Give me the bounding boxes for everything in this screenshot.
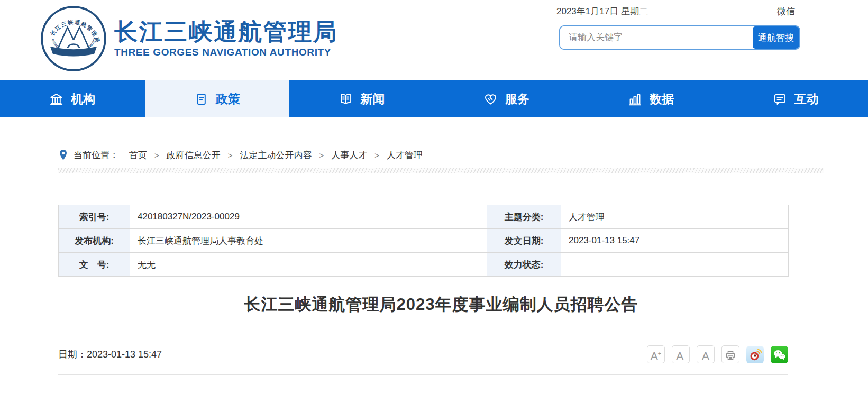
breadcrumb-hr[interactable]: 人事人才 [331,149,367,161]
article-date-value: 2023-01-13 15:47 [87,349,162,360]
article-date: 日期：2023-01-13 15:47 [58,348,162,361]
font-increase-button[interactable]: A+ [647,345,665,363]
document-meta-table: 索引号: 420180327N/2023-00029 主题分类: 人才管理 发布… [58,205,789,277]
article-meta-row: 日期：2023-01-13 15:47 A+ A- A [58,345,788,363]
printer-icon [725,350,736,361]
hatched-divider [58,168,824,173]
table-row: 发布机构: 长江三峡通航管理局人事教育处 发文日期: 2023-01-13 15… [59,229,789,253]
page-header: 长江三峡通航管理局 GORGES NAVIGATION AUTHORITY 长江… [0,0,868,80]
search-bar: 通航智搜 [559,25,800,50]
font-decrease-sup: - [683,351,686,356]
font-increase-sup: + [658,351,661,356]
content-card: 当前位置： 首页 > 政府信息公开 > 法定主动公开内容 > 人事人才 > 人才… [45,136,837,394]
nav-item-label: 政策 [216,91,240,107]
document-icon [194,92,208,106]
main-nav: 机构 政策 新闻 服务 数据 [0,80,868,117]
print-button[interactable] [721,345,739,363]
article-tools: A+ A- A [647,345,788,363]
nav-item-fuwu[interactable]: 服务 [434,80,579,117]
bar-chart-icon [628,92,642,106]
search-input[interactable] [560,26,753,49]
index-number-label: 索引号: [59,205,130,229]
breadcrumb-home[interactable]: 首页 [129,149,147,161]
nav-item-label: 数据 [650,91,674,107]
font-reset-letter: A [702,350,709,361]
index-number-value: 420180327N/2023-00029 [130,205,487,229]
nav-item-label: 机构 [71,91,95,107]
site-title: 长江三峡通航管理局 THREE GORGES NAVIGATION AUTHOR… [114,19,338,58]
publish-date-label: 发文日期: [487,229,561,253]
weibo-share-button[interactable] [746,346,764,363]
site-logo[interactable]: 长江三峡通航管理局 GORGES NAVIGATION AUTHORITY 长江… [40,5,338,72]
validity-status-label: 效力状态: [487,253,561,277]
nav-item-jigou[interactable]: 机构 [0,80,145,117]
breadcrumb-legal-disclosure[interactable]: 法定主动公开内容 [240,149,312,161]
breadcrumb-prefix: 当前位置： [74,149,118,161]
table-row: 文 号: 无无 效力状态: [59,253,789,277]
breadcrumb-separator: > [319,151,324,160]
article-title: 长江三峡通航管理局2023年度事业编制人员招聘公告 [45,294,837,316]
chat-bubble-icon [773,92,787,106]
three-gorges-seal-icon: 长江三峡通航管理局 GORGES NAVIGATION AUTHORITY [40,5,107,72]
font-increase-letter: A [651,350,658,361]
publisher-value: 长江三峡通航管理局人事教育处 [130,229,487,253]
topic-category-value: 人才管理 [561,205,789,229]
doc-number-label: 文 号: [59,253,130,277]
breadcrumb-separator: > [228,151,233,160]
bank-icon [49,92,63,106]
current-date: 2023年1月17日 星期二 [556,5,648,17]
open-book-icon [339,92,353,106]
font-decrease-letter: A [676,350,683,361]
publisher-label: 发布机构: [59,229,130,253]
doc-number-value: 无无 [130,253,487,277]
bottom-divider [58,374,788,375]
breadcrumb-gov-info[interactable]: 政府信息公开 [167,149,221,161]
nav-item-label: 服务 [505,91,529,107]
location-pin-icon [58,149,68,161]
wechat-share-button[interactable] [771,346,788,363]
font-reset-button[interactable]: A [697,345,715,363]
site-title-cn: 长江三峡通航管理局 [114,19,338,44]
wechat-icon [772,347,787,362]
article-date-label: 日期： [58,349,87,360]
handshake-heart-icon [483,92,498,106]
breadcrumb-separator: > [154,151,159,160]
nav-item-zhengce[interactable]: 政策 [145,80,290,117]
breadcrumb-talent-mgmt[interactable]: 人才管理 [387,149,423,161]
breadcrumb: 当前位置： 首页 > 政府信息公开 > 法定主动公开内容 > 人事人才 > 人才… [45,136,837,161]
nav-item-shuju[interactable]: 数据 [579,80,724,117]
nav-item-label: 互动 [794,91,819,107]
topic-category-label: 主题分类: [487,205,561,229]
nav-item-xinwen[interactable]: 新闻 [289,80,434,117]
weibo-icon [748,347,762,362]
publish-date-value: 2023-01-13 15:47 [561,229,789,253]
table-row: 索引号: 420180327N/2023-00029 主题分类: 人才管理 [59,205,789,229]
validity-status-value [561,253,789,277]
nav-item-hudong[interactable]: 互动 [724,80,868,117]
nav-item-label: 新闻 [360,91,385,107]
wechat-link[interactable]: 微信 [777,5,795,17]
site-title-en: THREE GORGES NAVIGATION AUTHORITY [114,47,338,58]
search-button[interactable]: 通航智搜 [753,26,799,49]
font-decrease-button[interactable]: A- [672,345,690,363]
breadcrumb-separator: > [374,151,379,160]
